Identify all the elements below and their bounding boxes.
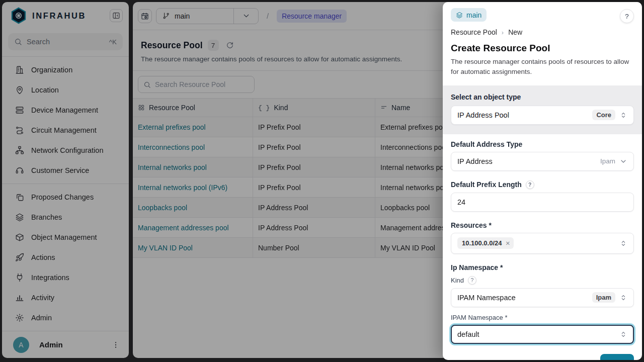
resources-multiselect[interactable]: 10.100.0.0/24 ✕: [451, 233, 634, 254]
drawer-title: Create Resource Pool: [451, 43, 634, 54]
drawer-description: The resource manager contains pools of r…: [451, 57, 634, 77]
object-type-section: Select an object type IP Address Pool Co…: [443, 85, 642, 134]
field-resources: Resources * 10.100.0.0/24 ✕: [451, 221, 634, 254]
ipam-namespace-label: IPAM Namespace *: [451, 314, 634, 321]
field-default-address-type: Default Address Type IP Address Ipam: [451, 140, 634, 171]
chevron-right-icon: ›: [502, 29, 504, 36]
namespace-badge: Core: [592, 110, 615, 120]
field-default-prefix-length: Default Prefix Length ? 24: [451, 180, 634, 212]
create-resource-pool-drawer: main ? Resource Pool › New Create Resour…: [443, 2, 642, 360]
save-button[interactable]: Save: [600, 354, 634, 360]
field-label: Default Prefix Length: [451, 180, 522, 189]
breadcrumb-parent[interactable]: Resource Pool: [451, 28, 497, 36]
help-button[interactable]: ?: [620, 9, 634, 23]
field-label: Ip Namespace *: [451, 263, 634, 272]
drawer-header: main ? Resource Pool › New Create Resour…: [443, 2, 642, 85]
chevrons-up-down-icon: [619, 111, 627, 119]
field-ip-namespace: Ip Namespace * Kind ? IPAM Namespace Ipa…: [451, 263, 634, 344]
object-type-label: Select an object type: [451, 93, 634, 101]
object-type-select[interactable]: IP Address Pool Core: [451, 106, 634, 125]
help-icon[interactable]: ?: [468, 276, 476, 285]
help-icon[interactable]: ?: [526, 180, 534, 189]
field-label: Default Address Type: [451, 140, 634, 148]
chevron-down-icon: [619, 157, 627, 165]
field-label: Resources *: [451, 221, 634, 229]
default-address-type-select[interactable]: IP Address Ipam: [451, 152, 634, 171]
ipam-namespace-select[interactable]: default: [451, 325, 634, 344]
resource-chip: 10.100.0.0/24 ✕: [457, 237, 514, 249]
branch-badge-label: main: [466, 11, 481, 19]
remove-chip-icon[interactable]: ✕: [506, 240, 511, 247]
namespace-badge: Ipam: [592, 292, 615, 303]
default-prefix-length-value: 24: [457, 198, 627, 206]
default-prefix-length-input[interactable]: 24: [451, 193, 634, 212]
breadcrumb-current: New: [508, 28, 522, 36]
resource-chip-label: 10.100.0.0/24: [462, 239, 502, 247]
kind-label: Kind: [451, 277, 464, 284]
drawer-breadcrumb: Resource Pool › New: [451, 28, 634, 36]
chevrons-up-down-icon: [619, 330, 627, 338]
object-type-value: IP Address Pool: [457, 111, 588, 119]
chevrons-up-down-icon: [619, 294, 627, 302]
drawer-form: Default Address Type IP Address Ipam Def…: [443, 134, 642, 360]
branch-badge: main: [451, 8, 487, 22]
kind-hint: Ipam: [600, 157, 615, 165]
kind-select[interactable]: IPAM Namespace Ipam: [451, 288, 634, 307]
layers-icon: [456, 12, 463, 19]
chevrons-up-down-icon: [619, 239, 627, 247]
